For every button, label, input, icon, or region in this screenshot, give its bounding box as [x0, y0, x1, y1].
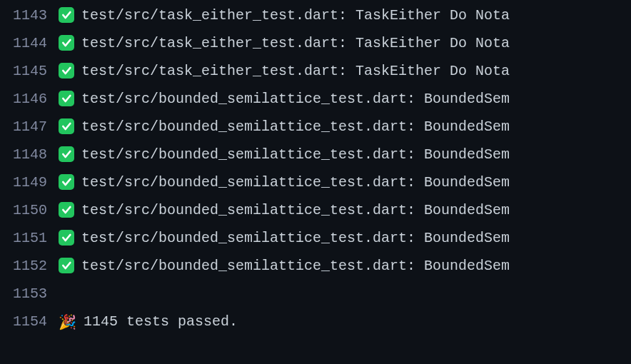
- checkmark-icon: [59, 146, 74, 162]
- line-content: test/src/bounded_semilattice_test.dart: …: [59, 252, 510, 280]
- line-text: test/src/bounded_semilattice_test.dart: …: [81, 258, 510, 274]
- line-number: 1153: [0, 280, 59, 308]
- line-number: 1151: [0, 224, 59, 252]
- line-text: test/src/task_either_test.dart: TaskEith…: [81, 63, 510, 79]
- line-text: test/src/bounded_semilattice_test.dart: …: [81, 118, 510, 135]
- line-number: 1147: [0, 113, 59, 141]
- line-content: test/src/task_either_test.dart: TaskEith…: [59, 29, 510, 57]
- line-text: test/src/task_either_test.dart: TaskEith…: [81, 35, 510, 51]
- party-popper-icon: 🎉: [59, 309, 76, 337]
- line-content: 🎉1145 tests passed.: [59, 308, 238, 337]
- line-number: 1154: [0, 308, 59, 335]
- checkmark-icon: [59, 63, 74, 79]
- line-number: 1150: [0, 196, 59, 224]
- log-line: 1144test/src/task_either_test.dart: Task…: [0, 29, 631, 57]
- checkmark-icon: [59, 174, 74, 190]
- line-number: 1149: [0, 168, 59, 196]
- checkmark-icon: [59, 258, 74, 273]
- checkmark-icon: [59, 230, 74, 246]
- log-line: 1147test/src/bounded_semilattice_test.da…: [0, 113, 631, 141]
- log-line: 1152test/src/bounded_semilattice_test.da…: [0, 252, 631, 280]
- line-number: 1148: [0, 141, 59, 168]
- line-content: test/src/bounded_semilattice_test.dart: …: [59, 141, 510, 168]
- checkmark-icon: [59, 91, 74, 106]
- checkmark-icon: [59, 202, 74, 218]
- line-content: test/src/bounded_semilattice_test.dart: …: [59, 224, 510, 252]
- line-content: test/src/bounded_semilattice_test.dart: …: [59, 113, 510, 141]
- log-line: 1151test/src/bounded_semilattice_test.da…: [0, 224, 631, 252]
- line-content: test/src/task_either_test.dart: TaskEith…: [59, 1, 510, 29]
- checkmark-icon: [59, 35, 74, 51]
- line-number: 1145: [0, 57, 59, 85]
- log-line: 1146test/src/bounded_semilattice_test.da…: [0, 85, 631, 113]
- log-line: 1150test/src/bounded_semilattice_test.da…: [0, 196, 631, 224]
- log-line: 1145test/src/task_either_test.dart: Task…: [0, 57, 631, 85]
- line-number: 1144: [0, 29, 59, 57]
- log-line: 1154🎉1145 tests passed.: [0, 308, 631, 335]
- line-content: test/src/bounded_semilattice_test.dart: …: [59, 168, 510, 196]
- line-text: test/src/bounded_semilattice_test.dart: …: [81, 230, 510, 246]
- line-text: test/src/task_either_test.dart: TaskEith…: [81, 7, 510, 24]
- line-content: test/src/bounded_semilattice_test.dart: …: [59, 196, 510, 224]
- line-number: 1143: [0, 1, 59, 29]
- log-line: 1153: [0, 280, 631, 308]
- line-content: test/src/task_either_test.dart: TaskEith…: [59, 57, 510, 85]
- line-number: 1152: [0, 252, 59, 280]
- line-text: test/src/bounded_semilattice_test.dart: …: [81, 174, 510, 191]
- checkmark-icon: [59, 7, 74, 23]
- checkmark-icon: [59, 118, 74, 134]
- line-text: test/src/bounded_semilattice_test.dart: …: [81, 146, 510, 163]
- log-line: 1149test/src/bounded_semilattice_test.da…: [0, 168, 631, 196]
- line-text: test/src/bounded_semilattice_test.dart: …: [81, 202, 510, 218]
- log-line: 1148test/src/bounded_semilattice_test.da…: [0, 141, 631, 168]
- line-content: test/src/bounded_semilattice_test.dart: …: [59, 85, 510, 113]
- test-output-log: 1143test/src/task_either_test.dart: Task…: [0, 1, 631, 335]
- line-number: 1146: [0, 85, 59, 113]
- line-text: test/src/bounded_semilattice_test.dart: …: [81, 91, 510, 107]
- line-text: 1145 tests passed.: [84, 313, 238, 330]
- log-line: 1143test/src/task_either_test.dart: Task…: [0, 1, 631, 29]
